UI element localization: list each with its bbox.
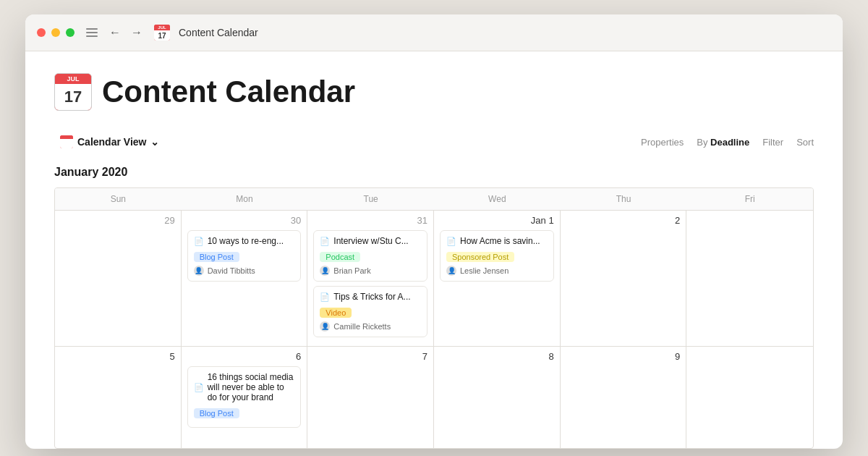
day-number: 8 xyxy=(440,351,554,362)
event-title: 📄 16 things social media will never be a… xyxy=(194,372,295,402)
close-button[interactable] xyxy=(37,28,46,37)
page-icon-month: JUL xyxy=(55,74,91,84)
calendar-day-31: 31 📄 Interview w/Stu C... Podcast 👤 Bria… xyxy=(307,211,434,346)
event-card[interactable]: 📄 Interview w/Stu C... Podcast 👤 Brian P… xyxy=(313,230,427,282)
event-tag: Podcast xyxy=(320,252,360,262)
day-number: 2 xyxy=(566,215,681,226)
nav-arrows: ← → xyxy=(106,25,145,41)
day-number: 6 xyxy=(187,351,302,362)
doc-icon: 📄 xyxy=(194,237,204,246)
event-tag: Video xyxy=(320,308,352,318)
event-person: 👤 Brian Park xyxy=(320,266,421,276)
by-value: Deadline xyxy=(710,137,749,148)
day-number: 7 xyxy=(313,351,427,362)
calendar-day-6: 6 📄 16 things social media will never be… xyxy=(182,347,308,448)
traffic-lights xyxy=(37,28,75,37)
titlebar: ← → JUL 17 Content Calendar xyxy=(25,14,843,51)
page-icon-day: 17 xyxy=(55,84,91,110)
page-title: Content Calendar xyxy=(102,75,355,109)
menu-icon[interactable] xyxy=(86,28,98,37)
doc-icon: 📄 xyxy=(320,237,330,246)
event-person: 👤 Camille Ricketts xyxy=(320,321,421,332)
properties-button[interactable]: Properties xyxy=(641,137,684,148)
day-header-sun: Sun xyxy=(55,188,182,210)
day-header-mon: Mon xyxy=(182,188,308,210)
sort-button[interactable]: Sort xyxy=(796,137,814,148)
calendar-day-5: 5 xyxy=(55,347,182,448)
calendar-day-jan1: Jan 1 📄 How Acme is savin... Sponsored P… xyxy=(434,211,561,346)
calendar-day-30: 30 📄 10 ways to re-eng... Blog Post 👤 Da… xyxy=(182,211,308,346)
event-person: 👤 David Tibbitts xyxy=(194,266,295,276)
view-selector-button[interactable]: Calendar View ⌄ xyxy=(54,132,165,151)
day-number: Jan 1 xyxy=(440,215,554,226)
avatar: 👤 xyxy=(320,321,330,332)
event-title: 📄 10 ways to re-eng... xyxy=(194,236,295,246)
calendar-day-29: 29 xyxy=(55,211,182,346)
doc-icon: 📄 xyxy=(446,237,456,246)
calendar-week-1: 29 30 📄 10 ways to re-eng... Blog Post 👤… xyxy=(55,211,813,347)
day-header-wed: Wed xyxy=(434,188,561,210)
event-title: 📄 How Acme is savin... xyxy=(446,236,548,246)
page-header: JUL 17 Content Calendar xyxy=(54,73,814,111)
event-title: 📄 Interview w/Stu C... xyxy=(320,236,421,246)
day-header-thu: Thu xyxy=(561,188,687,210)
calendar-week-2: 5 6 📄 16 things social media will never … xyxy=(55,347,813,448)
day-header-tue: Tue xyxy=(307,188,434,210)
minimize-button[interactable] xyxy=(51,28,60,37)
calendar-day-9: 9 xyxy=(561,347,687,448)
chevron-down-icon: ⌄ xyxy=(150,136,159,148)
calendar-day-empty2 xyxy=(686,347,813,448)
back-button[interactable]: ← xyxy=(106,25,124,41)
event-card[interactable]: 📄 Tips & Tricks for A... Video 👤 Camille… xyxy=(313,286,427,337)
day-number: 9 xyxy=(566,351,681,362)
app-window: ← → JUL 17 Content Calendar JUL 17 Conte… xyxy=(25,14,843,449)
event-title: 📄 Tips & Tricks for A... xyxy=(320,292,421,302)
titlebar-page-icon: JUL 17 xyxy=(154,25,170,41)
calendar-view-icon xyxy=(60,135,73,148)
avatar: 👤 xyxy=(194,266,204,276)
event-tag: Sponsored Post xyxy=(446,252,514,262)
avatar: 👤 xyxy=(446,266,456,276)
calendar-day-2: 2 xyxy=(561,211,687,346)
day-number: 5 xyxy=(61,351,175,362)
toolbar-right: Properties By Deadline Filter Sort xyxy=(641,137,814,148)
event-card[interactable]: 📄 How Acme is savin... Sponsored Post 👤 … xyxy=(440,230,554,282)
calendar-day-8: 8 xyxy=(434,347,561,448)
calendar-day-7: 7 xyxy=(307,347,434,448)
day-number: 31 xyxy=(313,215,427,226)
day-header-fri: Fri xyxy=(686,188,813,210)
titlebar-icon-month: JUL xyxy=(154,25,170,30)
view-selector-label: Calendar View xyxy=(77,136,146,148)
event-card[interactable]: 📄 16 things social media will never be a… xyxy=(187,366,302,428)
avatar: 👤 xyxy=(320,266,330,276)
titlebar-title: Content Calendar xyxy=(179,27,258,38)
day-number: 30 xyxy=(187,215,302,226)
main-content: JUL 17 Content Calendar Calendar View ⌄ … xyxy=(25,51,843,449)
toolbar-left: Calendar View ⌄ xyxy=(54,132,165,151)
by-label: By Deadline xyxy=(697,137,749,148)
doc-icon: 📄 xyxy=(320,292,330,302)
event-card[interactable]: 📄 10 ways to re-eng... Blog Post 👤 David… xyxy=(187,230,302,282)
calendar-month-label: January 2020 xyxy=(54,166,814,179)
fullscreen-button[interactable] xyxy=(66,28,75,37)
page-icon: JUL 17 xyxy=(54,73,92,111)
titlebar-icon-day: 17 xyxy=(154,30,170,41)
event-tag: Blog Post xyxy=(194,408,239,418)
event-person: 👤 Leslie Jensen xyxy=(446,266,548,276)
event-tag: Blog Post xyxy=(194,252,239,262)
forward-button[interactable]: → xyxy=(128,25,145,41)
day-number: 29 xyxy=(61,215,175,226)
calendar-day-empty xyxy=(686,211,813,346)
toolbar: Calendar View ⌄ Properties By Deadline F… xyxy=(54,132,814,151)
filter-button[interactable]: Filter xyxy=(762,137,783,148)
day-headers: Sun Mon Tue Wed Thu Fri xyxy=(55,188,813,211)
doc-icon: 📄 xyxy=(194,383,204,392)
calendar-grid: Sun Mon Tue Wed Thu Fri 29 30 📄 xyxy=(54,187,814,449)
